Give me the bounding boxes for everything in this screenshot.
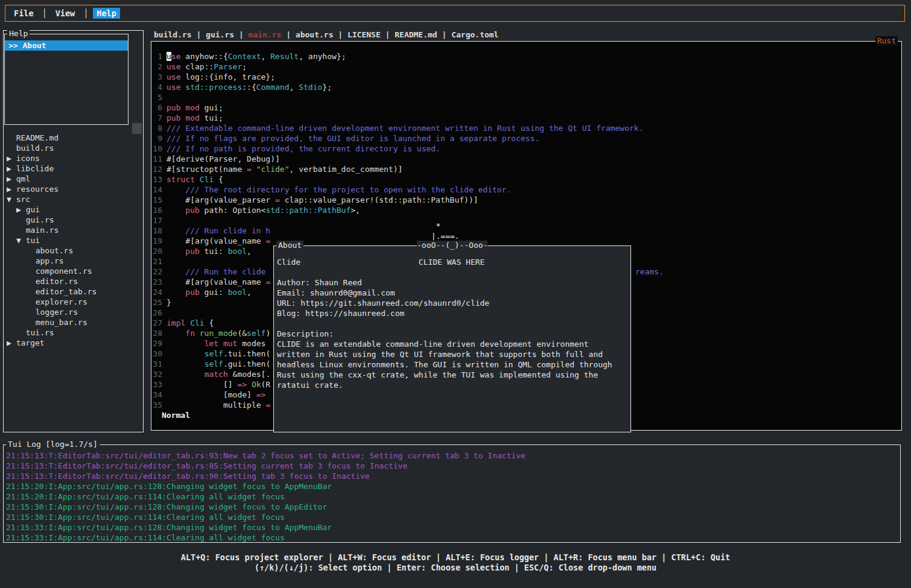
line-number: 17 [151, 215, 162, 226]
code-line-3: 3use log::{info, trace}; [151, 72, 275, 82]
line-number: 32 [151, 369, 162, 379]
tree-item-src[interactable]: ▼ src [4, 194, 143, 204]
tree-item-tui[interactable]: ▼ tui [4, 235, 143, 245]
tree-item-app.rs[interactable]: app.rs [4, 256, 143, 266]
line-number: 7 [151, 113, 162, 123]
line-number: 11 [151, 154, 162, 164]
code-line-20: 20 pub tui: bool, [151, 246, 252, 256]
code-line-23: 23 #[arg(value_name = [151, 277, 270, 287]
tree-item-resources[interactable]: ▶ resources [4, 184, 143, 194]
line-number: 26 [151, 308, 162, 318]
help-bar-line1: ALT+Q: Focus project explorer | ALT+W: F… [0, 552, 911, 563]
line-number: 23 [151, 277, 162, 287]
menu-item-view[interactable]: View [52, 8, 79, 19]
line-number: 14 [151, 185, 162, 195]
editor-mode-indicator: Normal [162, 410, 190, 420]
code-line-22: 22 /// Run the clide [151, 267, 270, 277]
line-number: 21 [151, 256, 162, 267]
line-number: 4 [151, 82, 162, 92]
tree-item-gui[interactable]: ▶ gui [4, 204, 143, 215]
tree-item-qml[interactable]: ▶ qml [4, 174, 143, 184]
code-line-8: 8/// Extendable command-line driven deve… [151, 123, 644, 133]
line-number: 1 [151, 51, 162, 62]
code-line-12: 12#[structopt(name = "clide", verbatim_d… [151, 164, 402, 174]
line-number: 10 [151, 144, 162, 154]
tree-item-libclide[interactable]: ▶ libclide [4, 163, 143, 174]
log-line: 21:15:30:I:App:src/tui/app.rs:128:Changi… [6, 502, 900, 512]
code-line-1: 1use anyhow::{Context, Result, anyhow}; [151, 51, 346, 62]
code-line-32: 32 match &modes[. [151, 369, 270, 379]
tree-item-editor_tab.rs[interactable]: editor_tab.rs [4, 286, 143, 297]
tree-item-gui.rs[interactable]: gui.rs [4, 215, 143, 225]
code-line-31: 31 self.gui.then( [151, 359, 270, 369]
tab-gui.rs[interactable]: gui.rs [206, 30, 234, 39]
line-number: 34 [151, 390, 162, 400]
line-number: 29 [151, 338, 162, 349]
code-line-35: 35 multiple = [151, 400, 270, 410]
tree-item-explorer.rs[interactable]: explorer.rs [4, 297, 143, 307]
code-line-2: 2use clap::Parser; [151, 62, 247, 72]
tree-item-main.rs[interactable]: main.rs [4, 225, 143, 235]
dropdown-item-about[interactable]: >> About [5, 40, 128, 51]
file-tree: README.md build.rs▶ icons▶ libclide▶ qml… [4, 133, 143, 348]
line-number: 3 [151, 72, 162, 82]
tab-separator: | [381, 30, 395, 39]
tab-separator: | [333, 30, 347, 39]
about-popup-title: About [276, 241, 303, 250]
line-number: 27 [151, 318, 162, 328]
menu-separator: │ [83, 8, 88, 18]
log-line: 21:15:33:I:App:src/tui/app.rs:114:Cleari… [6, 533, 900, 543]
line-number: 25 [151, 297, 162, 308]
tab-build.rs[interactable]: build.rs [154, 30, 192, 39]
log-lines: 21:15:13:T:EditorTab:src/tui/editor_tab.… [4, 445, 900, 543]
tree-item-target[interactable]: ▶ target [4, 338, 143, 348]
code-line-21: 21 [151, 256, 167, 267]
line-number: 9 [151, 133, 162, 144]
log-line: 21:15:30:I:App:src/tui/app.rs:114:Cleari… [6, 512, 900, 522]
code-line-29: 29 let mut modes [151, 338, 270, 349]
tree-item-tui.rs[interactable]: tui.rs [4, 327, 143, 338]
code-line-7: 7pub mod tui; [151, 113, 223, 123]
code-line-14: 14 /// The root directory for the projec… [151, 185, 511, 195]
help-bar: ALT+Q: Focus project explorer | ALT+W: F… [0, 552, 911, 573]
menu-item-file[interactable]: File [10, 8, 37, 19]
code-line-10: 10/// If no path is provided, the curren… [151, 144, 440, 154]
about-popup-lines: Clide CLIDE WAS HERE Author: Shaun Reed … [277, 257, 612, 390]
tree-item-editor.rs[interactable]: editor.rs [4, 276, 143, 286]
tab-cargo.toml[interactable]: Cargo.toml [451, 30, 498, 39]
code-line-19: 19 #[arg(value_name = [151, 236, 270, 246]
tab-readme.md[interactable]: README.md [395, 30, 437, 39]
tree-item-build.rs[interactable]: build.rs [4, 143, 143, 153]
line-number: 30 [151, 349, 162, 359]
help-dropdown: Help >> About [4, 34, 129, 125]
code-line-30: 30 self.tui.then( [151, 349, 270, 359]
code-line-11: 11#[derive(Parser, Debug)] [151, 154, 280, 164]
explorer-scrollbar-thumb[interactable] [132, 123, 142, 134]
tab-license[interactable]: LICENSE [348, 30, 381, 39]
line-number: 13 [151, 174, 162, 185]
log-line: 21:15:13:T:EditorTab:src/tui/editor_tab.… [6, 450, 900, 461]
tab-about.rs[interactable]: about.rs [296, 30, 334, 39]
log-line: 21:15:33:I:App:src/tui/app.rs:128:Changi… [6, 522, 900, 533]
code-line-6: 6pub mod gui; [151, 103, 223, 113]
menu-bar: File│View│Help [5, 5, 905, 22]
tree-item-readme.md[interactable]: README.md [4, 133, 143, 143]
tab-main.rs[interactable]: main.rs [249, 30, 282, 39]
log-line: 21:15:13:T:EditorTab:src/tui/editor_tab.… [6, 471, 900, 481]
help-dropdown-title: Help [7, 29, 30, 39]
code-line-5: 5 [151, 92, 167, 103]
line-number: 31 [151, 359, 162, 369]
log-line: 21:15:20:I:App:src/tui/app.rs:128:Changi… [6, 481, 900, 492]
log-line: 21:15:13:T:EditorTab:src/tui/editor_tab.… [6, 461, 900, 471]
line-number: 20 [151, 246, 162, 256]
code-line-24: 24 pub gui: bool, [151, 287, 252, 297]
tree-item-component.rs[interactable]: component.rs [4, 266, 143, 276]
tree-item-about.rs[interactable]: about.rs [4, 245, 143, 256]
tree-item-logger.rs[interactable]: logger.rs [4, 307, 143, 317]
line-number: 28 [151, 328, 162, 338]
code-line-17: 17 [151, 215, 167, 226]
tree-item-menu_bar.rs[interactable]: menu_bar.rs [4, 317, 143, 327]
menu-item-help[interactable]: Help [93, 8, 120, 19]
tree-item-icons[interactable]: ▶ icons [4, 153, 143, 163]
code-line-27: 27impl Cli { [151, 318, 214, 328]
